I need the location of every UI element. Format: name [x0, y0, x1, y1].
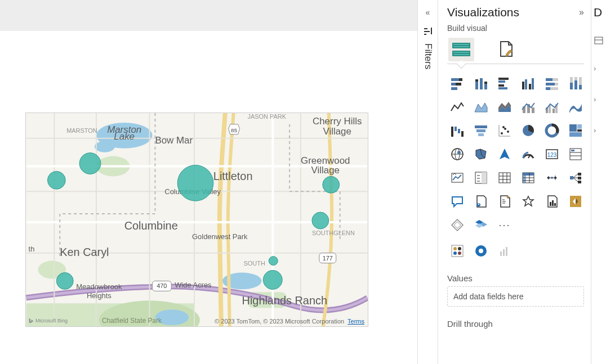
- svg-point-155: [458, 247, 461, 250]
- map-label: MARSTON: [66, 127, 97, 134]
- svg-rect-86: [552, 109, 555, 113]
- svg-rect-61: [498, 78, 509, 80]
- donut-chart-icon[interactable]: [542, 120, 562, 141]
- filters-icon: [418, 27, 438, 37]
- funnel-chart-icon[interactable]: [471, 120, 491, 141]
- custom-visual-3-icon[interactable]: [494, 241, 515, 261]
- data-pane-collapsed: D › › ›: [591, 0, 606, 364]
- svg-point-148: [477, 203, 480, 206]
- data-pane-item-icon[interactable]: [594, 35, 606, 48]
- azure-map-icon[interactable]: [494, 144, 515, 164]
- map-terms-link[interactable]: Terms: [347, 318, 364, 325]
- custom-visual-1-icon[interactable]: [447, 241, 467, 261]
- svg-rect-150: [552, 200, 554, 206]
- svg-rect-143: [578, 177, 581, 179]
- chevron-right-icon[interactable]: ›: [594, 95, 606, 104]
- smart-narrative-icon[interactable]: [471, 191, 491, 212]
- svg-rect-60: [484, 82, 487, 84]
- python-visual-icon[interactable]: [542, 191, 562, 212]
- svg-rect-64: [498, 87, 507, 89]
- slicer-icon[interactable]: [471, 168, 491, 188]
- svg-rect-55: [451, 87, 457, 90]
- line-clustered-column-icon[interactable]: [542, 97, 562, 117]
- format-page-icon: [497, 40, 516, 59]
- svg-rect-80: [579, 85, 582, 89]
- card-icon[interactable]: 123: [542, 144, 562, 164]
- svg-point-35: [177, 165, 213, 201]
- waterfall-chart-icon[interactable]: [447, 120, 467, 141]
- clustered-bar-chart-icon[interactable]: [494, 73, 515, 93]
- svg-rect-59: [484, 84, 487, 89]
- table-icon[interactable]: [494, 168, 515, 188]
- scatter-chart-icon[interactable]: [494, 120, 515, 141]
- map-label: Chatfield State Park: [102, 317, 162, 325]
- svg-point-7: [95, 141, 115, 152]
- visualizations-title: Visualizations: [447, 6, 519, 19]
- svg-rect-65: [522, 82, 524, 89]
- gauge-icon[interactable]: [518, 144, 538, 164]
- paginated-report-icon[interactable]: [494, 191, 515, 212]
- svg-rect-74: [546, 87, 550, 90]
- report-canvas[interactable]: 470 177 85 MARSTON MarstonLake Bow Mar J…: [0, 31, 417, 364]
- svg-point-97: [501, 132, 503, 134]
- pie-chart-icon[interactable]: [518, 120, 538, 141]
- build-visual-tab[interactable]: [448, 38, 474, 61]
- map-label: SOUTHGLENN: [312, 230, 355, 236]
- map-icon[interactable]: [447, 144, 467, 164]
- svg-point-100: [502, 126, 505, 128]
- key-influencers-icon[interactable]: [518, 191, 538, 212]
- svg-text:470: 470: [157, 282, 167, 289]
- r-visual-icon[interactable]: [542, 168, 562, 188]
- svg-text:85: 85: [231, 127, 238, 133]
- clustered-column-chart-icon[interactable]: [518, 73, 538, 93]
- svg-rect-66: [525, 79, 527, 89]
- svg-rect-51: [451, 78, 459, 81]
- line-chart-icon[interactable]: [447, 97, 467, 117]
- svg-rect-163: [595, 37, 603, 44]
- visualizations-pane: Visualizations » Build visual: [438, 0, 591, 364]
- values-field-well[interactable]: Add data fields here: [447, 286, 584, 307]
- map-label: Wide Acres: [175, 281, 211, 289]
- filled-map-icon[interactable]: [471, 144, 491, 164]
- svg-rect-149: [550, 202, 551, 206]
- drill-through-label: Drill through: [447, 319, 584, 329]
- build-visual-icon: [451, 41, 471, 58]
- format-visual-tab[interactable]: [493, 38, 519, 61]
- matrix-icon[interactable]: [518, 168, 538, 188]
- hundred-stacked-bar-icon[interactable]: [542, 73, 562, 93]
- chevron-right-icon[interactable]: ›: [594, 64, 606, 73]
- collapse-viz-icon[interactable]: »: [579, 7, 584, 17]
- svg-point-33: [79, 153, 101, 174]
- hundred-stacked-column-icon[interactable]: [565, 73, 586, 93]
- svg-rect-45: [452, 43, 470, 48]
- area-chart-icon[interactable]: [471, 97, 491, 117]
- ribbon-chart-icon[interactable]: [565, 97, 586, 117]
- line-stacked-column-icon[interactable]: [518, 97, 538, 117]
- kpi-icon[interactable]: [447, 168, 467, 188]
- stacked-bar-chart-icon[interactable]: [447, 73, 467, 93]
- svg-rect-120: [482, 172, 487, 183]
- expand-filters-icon[interactable]: «: [418, 8, 438, 17]
- svg-rect-76: [570, 83, 573, 89]
- stacked-area-chart-icon[interactable]: [494, 97, 515, 117]
- treemap-icon[interactable]: [565, 120, 586, 141]
- svg-point-156: [453, 251, 457, 255]
- stacked-column-chart-icon[interactable]: [471, 73, 491, 93]
- svg-rect-70: [546, 78, 552, 81]
- decomposition-tree-icon[interactable]: [565, 168, 586, 188]
- svg-point-34: [47, 171, 65, 189]
- qa-visual-icon[interactable]: [447, 191, 467, 212]
- map-visual[interactable]: 470 177 85 MARSTON MarstonLake Bow Mar J…: [25, 113, 368, 327]
- power-automate-icon[interactable]: [447, 215, 467, 235]
- svg-point-39: [269, 257, 278, 266]
- app-source-icon[interactable]: [471, 215, 491, 235]
- chevron-right-icon[interactable]: ›: [594, 126, 606, 134]
- custom-visual-2-icon[interactable]: [471, 241, 491, 261]
- get-more-visuals-icon[interactable]: ···: [494, 215, 515, 235]
- power-apps-icon[interactable]: [565, 191, 586, 212]
- svg-rect-103: [569, 124, 577, 132]
- svg-point-37: [56, 273, 73, 290]
- multi-row-card-icon[interactable]: [565, 144, 586, 164]
- svg-rect-104: [577, 124, 582, 129]
- filters-label[interactable]: Filters: [422, 43, 434, 69]
